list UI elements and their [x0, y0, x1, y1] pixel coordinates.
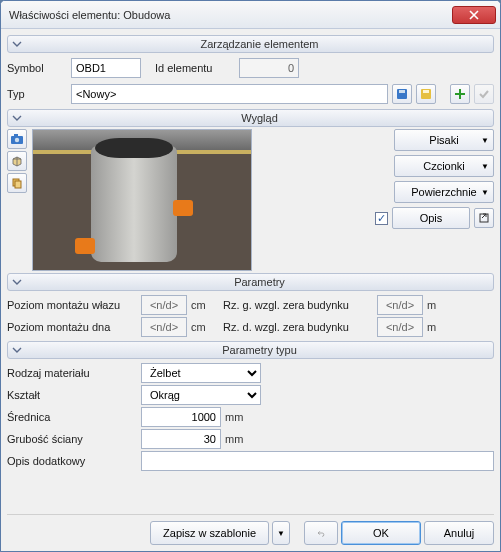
undo-button[interactable]: [304, 521, 338, 545]
chevron-down-icon: ▼: [481, 136, 489, 145]
check-icon: ✓: [377, 212, 386, 225]
undo-icon: [317, 527, 325, 539]
opis-checkbox[interactable]: ✓: [375, 212, 388, 225]
ksztalt-label: Kształt: [7, 389, 137, 401]
close-icon: [469, 10, 479, 20]
cube-icon: [11, 155, 23, 167]
ok-button[interactable]: OK: [341, 521, 421, 545]
pisaki-label: Pisaki: [429, 134, 458, 146]
dialog-window: Właściwości elementu: Obudowa Zarządzani…: [0, 0, 501, 552]
chevron-down-icon: [8, 37, 26, 51]
unit-cm: cm: [191, 299, 213, 311]
section-title-params: Parametry: [26, 276, 493, 288]
chevron-down-icon: ▼: [277, 529, 285, 538]
grubosc-input[interactable]: [141, 429, 221, 449]
id-input: [239, 58, 299, 78]
disk-blue-icon: [396, 88, 408, 100]
chevron-down-icon: [8, 343, 26, 357]
section-title-look: Wygląd: [26, 112, 493, 124]
save-template-dropdown[interactable]: ▼: [272, 521, 290, 545]
copy-icon: [11, 177, 23, 189]
opis-dod-label: Opis dodatkowy: [7, 455, 137, 467]
rz-d-label: Rz. d. wzgl. zera budynku: [223, 321, 373, 333]
preview-toolbar: [7, 129, 29, 271]
disk-yellow-icon: [420, 88, 432, 100]
grubosc-label: Grubość ściany: [7, 433, 137, 445]
save-template-label: Zapisz w szablonie: [163, 527, 256, 539]
section-header-type-params[interactable]: Parametry typu: [7, 341, 494, 359]
opis-label: Opis: [420, 212, 443, 224]
section-header-params[interactable]: Parametry: [7, 273, 494, 291]
window-title: Właściwości elementu: Obudowa: [9, 9, 452, 21]
svg-point-5: [15, 138, 19, 142]
titlebar: Właściwości elementu: Obudowa: [1, 1, 500, 29]
poziom-wlaz-input: [141, 295, 187, 315]
id-label: Id elementu: [155, 62, 235, 74]
svg-rect-9: [480, 214, 488, 222]
camera-button[interactable]: [7, 129, 27, 149]
section-title-type-params: Parametry typu: [26, 344, 493, 356]
srednica-input[interactable]: [141, 407, 221, 427]
unit-mm: mm: [225, 433, 247, 445]
copy-button[interactable]: [7, 173, 27, 193]
plus-icon: [454, 88, 466, 100]
camera-icon: [10, 133, 24, 145]
chevron-down-icon: [8, 275, 26, 289]
section-title-manage: Zarządzanie elementem: [26, 38, 493, 50]
svg-rect-1: [399, 90, 405, 93]
svg-rect-8: [15, 181, 21, 188]
svg-rect-3: [423, 90, 429, 93]
section-header-look[interactable]: Wygląd: [7, 109, 494, 127]
preview-image: [32, 129, 252, 271]
typ-import-button[interactable]: [392, 84, 412, 104]
czcionki-button[interactable]: Czcionki▼: [394, 155, 494, 177]
material-select[interactable]: Żelbet: [141, 363, 261, 383]
srednica-label: Średnica: [7, 411, 137, 423]
symbol-label: Symbol: [7, 62, 67, 74]
view3d-button[interactable]: [7, 151, 27, 171]
typ-export-button[interactable]: [416, 84, 436, 104]
footer-bar: Zapisz w szablonie ▼ OK Anuluj: [7, 514, 494, 547]
opis-button[interactable]: Opis: [392, 207, 470, 229]
symbol-input[interactable]: [71, 58, 141, 78]
unit-cm: cm: [191, 321, 213, 333]
powierzchnie-label: Powierzchnie: [411, 186, 476, 198]
dialog-content: Zarządzanie elementem Symbol Id elementu…: [1, 29, 500, 551]
check-icon: [478, 88, 490, 100]
czcionki-label: Czcionki: [423, 160, 465, 172]
ok-label: OK: [373, 527, 389, 539]
chevron-down-icon: ▼: [481, 162, 489, 171]
rz-g-input: [377, 295, 423, 315]
unit-m: m: [427, 299, 449, 311]
typ-add-button[interactable]: [450, 84, 470, 104]
section-header-manage[interactable]: Zarządzanie elementem: [7, 35, 494, 53]
powierzchnie-button[interactable]: Powierzchnie▼: [394, 181, 494, 203]
poziom-dna-input: [141, 317, 187, 337]
pisaki-button[interactable]: Pisaki▼: [394, 129, 494, 151]
poziom-dna-label: Poziom montażu dna: [7, 321, 137, 333]
rz-g-label: Rz. g. wzgl. zera budynku: [223, 299, 373, 311]
typ-confirm-button: [474, 84, 494, 104]
ksztalt-select[interactable]: Okrąg: [141, 385, 261, 405]
link-icon: [478, 212, 490, 224]
opis-link-button[interactable]: [474, 208, 494, 228]
typ-combo[interactable]: [71, 84, 388, 104]
poziom-wlaz-label: Poziom montażu włazu: [7, 299, 137, 311]
rz-d-input: [377, 317, 423, 337]
svg-rect-6: [14, 134, 18, 137]
unit-m: m: [427, 321, 449, 333]
opis-dod-input[interactable]: [141, 451, 494, 471]
typ-label: Typ: [7, 88, 67, 100]
chevron-down-icon: ▼: [481, 188, 489, 197]
chevron-down-icon: [8, 111, 26, 125]
close-button[interactable]: [452, 6, 496, 24]
cancel-label: Anuluj: [444, 527, 475, 539]
unit-mm: mm: [225, 411, 247, 423]
material-label: Rodzaj materiału: [7, 367, 137, 379]
cancel-button[interactable]: Anuluj: [424, 521, 494, 545]
save-template-button[interactable]: Zapisz w szablonie: [150, 521, 269, 545]
